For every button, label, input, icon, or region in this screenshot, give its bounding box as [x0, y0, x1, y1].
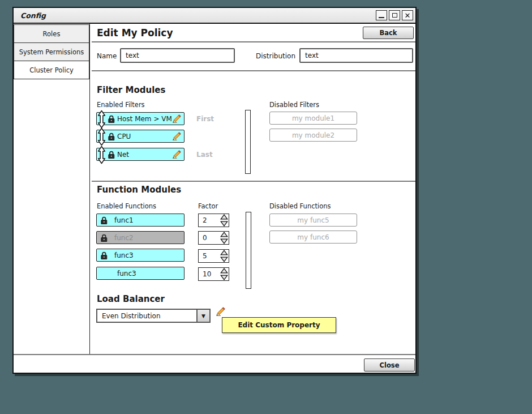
- config-window: Config ✕ Roles System Permissions Cluste…: [12, 7, 417, 374]
- sidebar-item-cluster-policy[interactable]: Cluster Policy: [14, 61, 89, 79]
- function-label: func3: [114, 251, 134, 259]
- disabled-function-item[interactable]: my func5: [269, 214, 357, 227]
- close-icon: ✕: [405, 12, 411, 19]
- factor-label: Factor: [198, 202, 218, 210]
- function-label: func1: [114, 216, 134, 224]
- filter-label: Net: [117, 151, 129, 159]
- lock-icon: [100, 216, 108, 224]
- filter-modules-title: Filter Modules: [97, 85, 165, 95]
- disabled-filter-item[interactable]: my module2: [269, 129, 357, 142]
- sidebar-item-label: Cluster Policy: [29, 66, 74, 74]
- distribution-label: Distribution: [256, 52, 295, 60]
- filter-vertical-divider: [245, 110, 251, 174]
- function-label: func3: [117, 270, 136, 278]
- window-title: Config: [20, 11, 46, 20]
- function-vertical-divider: [246, 212, 251, 289]
- disabled-functions-label: Disabled Functions: [269, 202, 331, 210]
- lock-icon: [100, 251, 108, 259]
- section-divider: [92, 181, 415, 182]
- edit-pencil-icon[interactable]: [172, 132, 181, 141]
- titlebar[interactable]: Config ✕: [14, 8, 415, 24]
- filter-label: CPU: [117, 133, 131, 140]
- maximize-icon: [392, 13, 397, 18]
- footer-bar: Close: [14, 354, 415, 373]
- drag-handle-icon[interactable]: [97, 110, 106, 129]
- page-title: Edit My Policy: [97, 27, 173, 39]
- enabled-filter-row[interactable]: Net: [96, 148, 185, 161]
- factor-value[interactable]: 10: [199, 270, 220, 278]
- sidebar-item-roles[interactable]: Roles: [14, 24, 89, 43]
- first-label: First: [196, 115, 214, 123]
- factor-spinner[interactable]: 2: [198, 214, 229, 227]
- sidebar: Roles System Permissions Cluster Policy: [14, 24, 90, 354]
- enabled-filter-row[interactable]: Host Mem > VM: [96, 112, 185, 125]
- edit-custom-property-button[interactable]: Edit Custom Property: [222, 317, 336, 333]
- edit-pencil-icon[interactable]: [172, 114, 181, 123]
- minimize-button[interactable]: [376, 10, 387, 20]
- disabled-function-item[interactable]: my func6: [269, 231, 357, 244]
- minimize-icon: [379, 17, 384, 18]
- name-input[interactable]: text: [120, 48, 235, 63]
- sidebar-item-label: System Permissions: [19, 48, 84, 56]
- disabled-filter-item[interactable]: my module1: [269, 112, 357, 125]
- enabled-function-row-disabled[interactable]: func2: [96, 231, 185, 244]
- dropdown-selected-value: Even Distribution: [97, 310, 196, 322]
- lock-icon: [108, 150, 115, 159]
- factor-value[interactable]: 0: [199, 234, 220, 242]
- enabled-function-row[interactable]: func3: [96, 249, 185, 262]
- spinner-arrows-icon[interactable]: [220, 268, 229, 280]
- drag-handle-icon[interactable]: [97, 146, 106, 164]
- enabled-filters-label: Enabled Filters: [97, 101, 145, 109]
- last-label: Last: [196, 151, 213, 159]
- function-modules-title: Function Modules: [97, 185, 181, 195]
- factor-spinner[interactable]: 0: [198, 231, 229, 245]
- maximize-button[interactable]: [389, 10, 400, 20]
- window-controls: ✕: [376, 10, 413, 20]
- header-divider: [92, 41, 415, 42]
- lock-icon: [108, 132, 115, 140]
- disabled-filters-label: Disabled Filters: [269, 101, 319, 109]
- factor-value[interactable]: 2: [199, 216, 220, 224]
- back-button[interactable]: Back: [363, 27, 414, 39]
- close-window-button[interactable]: ✕: [402, 10, 413, 20]
- load-balancer-title: Load Balancer: [97, 294, 165, 304]
- factor-spinner[interactable]: 5: [198, 249, 229, 263]
- distribution-input[interactable]: text: [299, 48, 413, 63]
- filter-label: Host Mem > VM: [117, 115, 172, 123]
- lock-icon: [108, 114, 115, 123]
- close-button[interactable]: Close: [364, 358, 415, 372]
- spinner-arrows-icon[interactable]: [220, 214, 229, 227]
- sidebar-item-label: Roles: [43, 30, 61, 38]
- load-balancer-dropdown[interactable]: Even Distribution ▼: [96, 309, 211, 323]
- form-divider: [92, 70, 415, 71]
- edit-policy-panel: Edit My Policy Back Name text Distributi…: [90, 24, 415, 354]
- dropdown-arrow-icon[interactable]: ▼: [196, 310, 209, 322]
- enabled-functions-label: Enabled Functions: [97, 202, 156, 210]
- spinner-arrows-icon[interactable]: [220, 232, 229, 244]
- name-label: Name: [97, 52, 117, 60]
- lock-icon: [100, 233, 108, 242]
- enabled-function-row[interactable]: func1: [96, 214, 185, 227]
- edit-pencil-icon[interactable]: [172, 150, 181, 159]
- enabled-filter-row[interactable]: CPU: [96, 130, 185, 143]
- spinner-arrows-icon[interactable]: [220, 250, 229, 262]
- factor-value[interactable]: 5: [199, 252, 220, 260]
- edit-pencil-icon[interactable]: [216, 307, 225, 317]
- drag-handle-icon[interactable]: [97, 127, 106, 146]
- function-label: func2: [114, 234, 134, 242]
- enabled-function-row[interactable]: func3: [96, 267, 185, 280]
- sidebar-item-system-permissions[interactable]: System Permissions: [14, 42, 89, 61]
- desktop: { "window": { "title": "Config" }, "wind…: [0, 0, 532, 414]
- factor-spinner[interactable]: 10: [198, 267, 229, 281]
